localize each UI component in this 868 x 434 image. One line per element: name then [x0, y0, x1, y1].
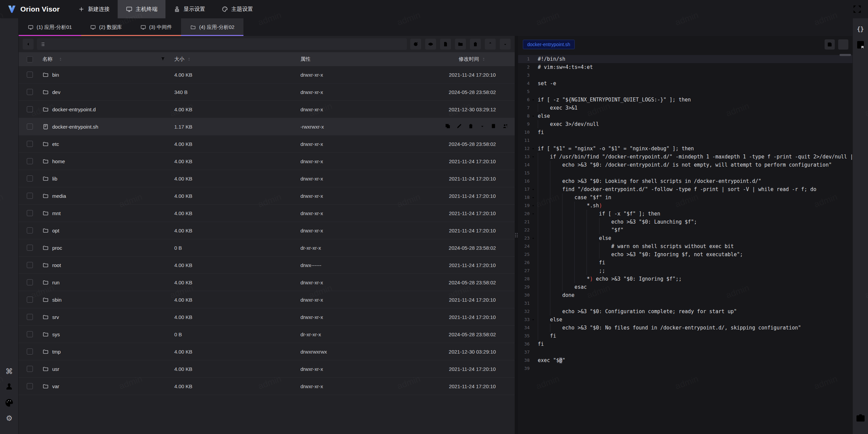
- column-modified-label[interactable]: 修改时间: [459, 56, 479, 62]
- permission-icon[interactable]: [502, 123, 509, 130]
- delete-icon[interactable]: [468, 123, 474, 130]
- table-row[interactable]: srv4.00 KBdrwxr-xr-x2021-11-24 17:20:10: [19, 308, 515, 326]
- eye-button[interactable]: [425, 39, 436, 50]
- terminal-tab[interactable]: (1) 应用-分析01: [19, 18, 81, 36]
- code-line[interactable]: 3: [518, 71, 852, 79]
- table-row[interactable]: proc0 Bdr-xr-xr-x2024-05-28 23:58:02: [19, 239, 515, 257]
- code-line[interactable]: 22 "$f": [518, 226, 852, 234]
- code-line[interactable]: 1#!/bin/sh: [518, 55, 852, 63]
- column-size-label[interactable]: 大小: [174, 56, 184, 62]
- row-checkbox[interactable]: [27, 193, 33, 199]
- table-row[interactable]: opt4.00 KBdrwxr-xr-x2021-11-24 17:20:10: [19, 222, 515, 239]
- braces-icon[interactable]: {}: [855, 24, 866, 35]
- table-row[interactable]: mnt4.00 KBdrwxr-xr-x2021-11-24 17:20:10: [19, 205, 515, 222]
- code-line[interactable]: 39: [518, 364, 852, 373]
- sort-size-icon[interactable]: [187, 57, 191, 61]
- code-line[interactable]: 26 fi: [518, 259, 852, 267]
- table-row[interactable]: etc4.00 KBdrwxr-xr-x2024-05-28 23:58:02: [19, 135, 515, 153]
- file-bookmark-icon[interactable]: [855, 39, 866, 50]
- row-checkbox[interactable]: [27, 124, 33, 130]
- row-checkbox[interactable]: [27, 158, 33, 164]
- code-line[interactable]: 9 exec 3>/dev/null: [518, 120, 852, 128]
- row-checkbox[interactable]: [27, 262, 33, 268]
- code-line[interactable]: 4set -e: [518, 79, 852, 88]
- code-area[interactable]: 1#!/bin/sh2# vim:sw=4:ts=4:et34set -e56i…: [518, 53, 852, 434]
- terminal-tab[interactable]: (3) 中间件: [131, 18, 181, 36]
- table-row[interactable]: home4.00 KBdrwxr-xr-x2021-11-24 17:20:10: [19, 153, 515, 170]
- download-button[interactable]: [500, 39, 511, 50]
- fold-toggle-icon[interactable]: [530, 112, 536, 120]
- save-file-button[interactable]: [825, 39, 835, 50]
- open-file-tag[interactable]: docker-entrypoint.sh: [523, 40, 575, 49]
- code-line[interactable]: 6if [ -z "${NGINX_ENTRYPOINT_QUIET_LOGS:…: [518, 96, 852, 104]
- swap-icon[interactable]: [855, 55, 866, 66]
- fold-toggle-icon[interactable]: [530, 185, 536, 193]
- download-icon[interactable]: [479, 123, 486, 130]
- table-row[interactable]: bin4.00 KBdrwxr-xr-x2021-11-24 17:20:10: [19, 66, 515, 83]
- code-line[interactable]: 16 echo >&3 "$0: Looking for shell scrip…: [518, 177, 852, 185]
- code-line[interactable]: 37: [518, 348, 852, 356]
- code-line[interactable]: 21 echo >&3 "$0: Launching $f";: [518, 218, 852, 226]
- code-line[interactable]: 2# vim:sw=4:ts=4:et: [518, 63, 852, 71]
- code-line[interactable]: 27 ;;: [518, 267, 852, 275]
- stamp-icon[interactable]: [4, 382, 15, 393]
- row-checkbox[interactable]: [27, 279, 33, 285]
- code-line[interactable]: 12if [ "$1" = "nginx" -o "$1" = "nginx-d…: [518, 145, 852, 153]
- code-line[interactable]: 28 *) echo >&3 "$0: Ignoring $f";;: [518, 275, 852, 283]
- plus-icon[interactable]: [4, 24, 15, 35]
- row-checkbox[interactable]: [27, 366, 33, 372]
- row-checkbox[interactable]: [27, 210, 33, 216]
- palette-icon[interactable]: [4, 397, 15, 408]
- row-checkbox[interactable]: [27, 141, 33, 147]
- row-checkbox[interactable]: [27, 331, 33, 337]
- table-row[interactable]: docker-entrypoint.sh1.17 KB-rwxrwxr-x: [19, 118, 515, 135]
- code-line[interactable]: 14 echo >&3 "$0: /docker-entrypoint.d/ i…: [518, 161, 852, 169]
- row-checkbox[interactable]: [27, 348, 33, 355]
- back-button[interactable]: [23, 39, 34, 50]
- sort-modified-icon[interactable]: [481, 57, 486, 61]
- edit-icon[interactable]: [456, 123, 462, 130]
- code-line[interactable]: 32 echo >&3 "$0: Configuration complete;…: [518, 307, 852, 316]
- row-checkbox[interactable]: [27, 297, 33, 303]
- code-line[interactable]: 29 esac: [518, 283, 852, 291]
- table-row[interactable]: usr4.00 KBdrwxr-xr-x2021-11-24 17:20:10: [19, 360, 515, 378]
- fold-toggle-icon[interactable]: [530, 153, 536, 161]
- fold-toggle-icon[interactable]: [530, 145, 536, 153]
- close-tabs-button[interactable]: [835, 18, 852, 29]
- row-checkbox[interactable]: [27, 106, 33, 112]
- select-all-checkbox[interactable]: [27, 56, 33, 62]
- fold-toggle-icon[interactable]: [530, 202, 536, 210]
- code-line[interactable]: 33 else: [518, 316, 852, 324]
- code-line[interactable]: 19 *.sh): [518, 202, 852, 210]
- code-line[interactable]: 35 fi: [518, 332, 852, 340]
- table-row[interactable]: dev340 Bdrwxr-xr-x2024-05-28 23:58:02: [19, 83, 515, 101]
- path-input[interactable]: [37, 38, 407, 50]
- fold-toggle-icon[interactable]: [530, 234, 536, 242]
- table-row[interactable]: tmp4.00 KBdrwxrwxrwx2021-12-30 03:29:10: [19, 343, 515, 360]
- move-icon[interactable]: [491, 123, 497, 130]
- row-checkbox[interactable]: [27, 175, 33, 182]
- table-row[interactable]: run4.00 KBdrwxr-xr-x2024-05-28 23:58:02: [19, 274, 515, 291]
- row-checkbox[interactable]: [27, 245, 33, 251]
- code-line[interactable]: 24 # warn on shell scripts without exec …: [518, 242, 852, 250]
- upload-button[interactable]: [485, 39, 496, 50]
- row-checkbox[interactable]: [27, 72, 33, 78]
- delete-button[interactable]: [470, 39, 481, 50]
- table-row[interactable]: root4.00 KBdrwx------2021-11-24 17:20:10: [19, 257, 515, 274]
- terminal-tab[interactable]: (4) 应用-分析02: [181, 18, 243, 36]
- table-row[interactable]: lib4.00 KBdrwxr-xr-x2021-11-24 17:20:10: [19, 170, 515, 187]
- nav-item[interactable]: 显示设置: [165, 0, 213, 18]
- table-row[interactable]: sys0 Bdr-xr-xr-x2024-05-28 23:58:02: [19, 326, 515, 343]
- table-row[interactable]: media4.00 KBdrwxr-xr-x2021-11-24 17:20:1…: [19, 187, 515, 205]
- code-line[interactable]: 38exec "$@": [518, 356, 852, 364]
- code-line[interactable]: 17 find "/docker-entrypoint.d/" -follow …: [518, 185, 852, 193]
- copy-icon[interactable]: [445, 123, 451, 130]
- fold-toggle-icon[interactable]: [530, 96, 536, 104]
- refresh-button[interactable]: [410, 39, 421, 50]
- row-checkbox[interactable]: [27, 89, 33, 95]
- code-line[interactable]: 10fi: [518, 128, 852, 136]
- row-checkbox[interactable]: [27, 227, 33, 233]
- code-line[interactable]: 18 case "$f" in: [518, 193, 852, 202]
- code-line[interactable]: 11: [518, 136, 852, 145]
- code-line[interactable]: 31: [518, 299, 852, 307]
